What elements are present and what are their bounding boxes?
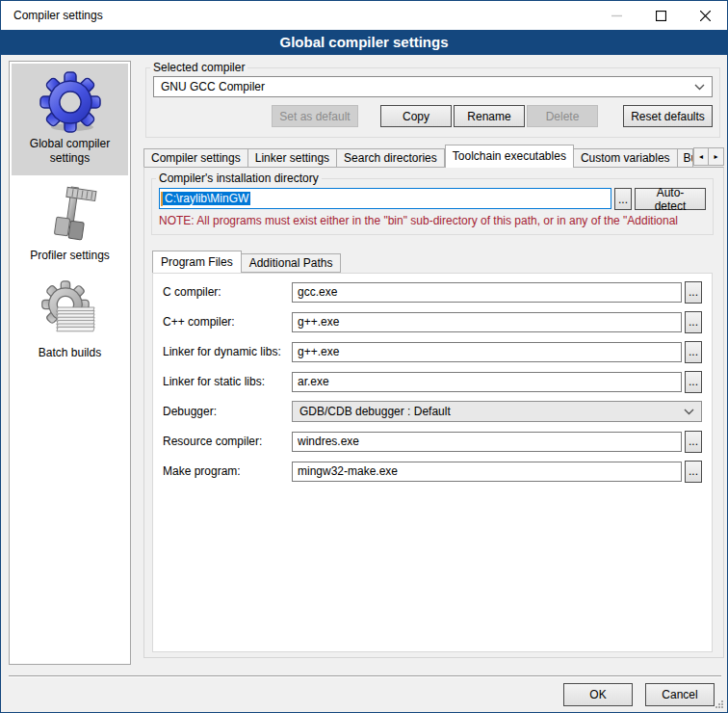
field-row-cpp-compiler: C++ compiler: ...: [163, 311, 702, 332]
chevron-down-icon: [694, 80, 705, 93]
tab-scroll-right-icon[interactable]: ▸: [709, 147, 724, 166]
compiler-select-value: GNU GCC Compiler: [161, 80, 265, 93]
tab-toolchain-executables[interactable]: Toolchain executables: [445, 145, 574, 168]
maximize-icon[interactable]: [638, 1, 683, 30]
tab-custom-variables[interactable]: Custom variables: [574, 148, 678, 168]
footer-divider: [9, 675, 721, 677]
sidebar-item-global-compiler-settings[interactable]: Global compiler settings: [12, 64, 128, 175]
resize-grip[interactable]: [715, 700, 724, 709]
c-compiler-browse-button[interactable]: ...: [685, 281, 702, 304]
selected-compiler-group: Selected compiler GNU GCC Compiler Set a…: [145, 61, 720, 138]
window-title: Compiler settings: [1, 9, 103, 22]
cpp-compiler-browse-button[interactable]: ...: [685, 311, 702, 333]
set-as-default-button: Set as default: [272, 105, 358, 127]
resource-compiler-label: Resource compiler:: [163, 435, 292, 448]
tab-scroll-left-icon[interactable]: ◂: [693, 147, 709, 166]
tab-compiler-settings[interactable]: Compiler settings: [143, 148, 248, 168]
sidebar-item-label: Batch builds: [13, 346, 126, 360]
linker-dynamic-input[interactable]: [292, 342, 682, 362]
compiler-settings-dialog: Compiler settings Global compiler settin…: [0, 0, 728, 713]
installation-directory-value: C:\raylib\MinGW: [163, 192, 250, 205]
settings-tabstrip: Compiler settings Linker settings Search…: [143, 145, 724, 168]
field-row-linker-static: Linker for static libs: ...: [163, 371, 702, 392]
tab-additional-paths[interactable]: Additional Paths: [242, 253, 342, 273]
dialog-header: Global compiler settings: [1, 30, 727, 55]
field-row-debugger: Debugger: GDB/CDB debugger : Default: [163, 401, 702, 422]
field-row-linker-dynamic: Linker for dynamic libs: ...: [163, 341, 702, 362]
browse-directory-button[interactable]: ...: [614, 188, 632, 210]
installation-directory-row: C:\raylib\MinGW ... Auto-detect: [159, 188, 706, 210]
make-program-label: Make program:: [163, 464, 292, 478]
compiler-select[interactable]: GNU GCC Compiler: [153, 76, 713, 97]
settings-category-list: Global compiler settings Profiler settin…: [9, 61, 131, 665]
rename-button[interactable]: Rename: [454, 105, 525, 127]
field-row-c-compiler: C compiler: ...: [163, 281, 702, 303]
cpp-compiler-input[interactable]: [292, 312, 682, 332]
delete-button: Delete: [527, 105, 598, 127]
debugger-select[interactable]: GDB/CDB debugger : Default: [292, 401, 702, 422]
linker-static-label: Linker for static libs:: [163, 375, 292, 388]
linker-static-browse-button[interactable]: ...: [685, 371, 702, 393]
installation-directory-input[interactable]: C:\raylib\MinGW: [159, 188, 611, 209]
linker-static-input[interactable]: [292, 372, 682, 392]
debugger-label: Debugger:: [163, 405, 292, 418]
chevron-down-icon: [684, 405, 694, 418]
program-files-tabstrip: Program Files Additional Paths: [152, 251, 341, 273]
gear-blue-icon: [39, 71, 101, 133]
window-controls: [594, 1, 727, 30]
tab-build-options[interactable]: Build: [678, 148, 693, 168]
gear-stack-icon: [39, 280, 101, 342]
cpp-compiler-label: C++ compiler:: [163, 315, 292, 329]
tab-program-files[interactable]: Program Files: [152, 251, 242, 273]
resource-compiler-input[interactable]: [292, 432, 682, 452]
titlebar: Compiler settings: [1, 1, 727, 30]
make-program-input[interactable]: [292, 462, 682, 482]
reset-defaults-button[interactable]: Reset defaults: [623, 105, 713, 127]
caliper-icon: [39, 183, 101, 245]
copy-button[interactable]: Copy: [380, 105, 452, 127]
field-row-resource-compiler: Resource compiler: ...: [163, 431, 702, 452]
compiler-buttons-row: Set as default Copy Rename Delete Reset …: [146, 105, 713, 127]
toolchain-executables-page: Compiler's installation directory C:\ray…: [143, 167, 724, 658]
c-compiler-input[interactable]: [292, 282, 682, 303]
program-files-page: C compiler: ... C++ compiler: ... Linker…: [152, 273, 713, 652]
field-row-make-program: Make program: ...: [163, 461, 702, 482]
sidebar-item-batch-builds[interactable]: Batch builds: [12, 273, 128, 370]
sidebar-item-label: Profiler settings: [13, 249, 126, 263]
linker-dynamic-browse-button[interactable]: ...: [685, 341, 702, 363]
sidebar-item-label: Global compiler settings: [13, 137, 126, 166]
make-program-browse-button[interactable]: ...: [685, 461, 702, 483]
sidebar-item-profiler-settings[interactable]: Profiler settings: [12, 175, 128, 273]
installation-directory-group: Compiler's installation directory C:\ray…: [151, 172, 714, 235]
close-icon[interactable]: [683, 1, 727, 30]
tab-search-directories[interactable]: Search directories: [337, 148, 445, 168]
c-compiler-label: C compiler:: [163, 285, 292, 299]
resource-compiler-browse-button[interactable]: ...: [685, 431, 702, 453]
auto-detect-button[interactable]: Auto-detect: [635, 188, 706, 210]
linker-dynamic-label: Linker for dynamic libs:: [163, 345, 292, 358]
cancel-button[interactable]: Cancel: [645, 683, 715, 706]
debugger-select-value: GDB/CDB debugger : Default: [299, 405, 451, 418]
tab-scroll-arrows: ◂ ▸: [693, 147, 724, 166]
installation-directory-legend: Compiler's installation directory: [156, 172, 322, 185]
selected-compiler-legend: Selected compiler: [150, 61, 247, 74]
bin-subdirectory-note: NOTE: All programs must exist either in …: [159, 214, 713, 227]
tab-linker-settings[interactable]: Linker settings: [248, 148, 337, 168]
minimize-icon: [594, 1, 638, 30]
ok-button[interactable]: OK: [563, 683, 633, 706]
